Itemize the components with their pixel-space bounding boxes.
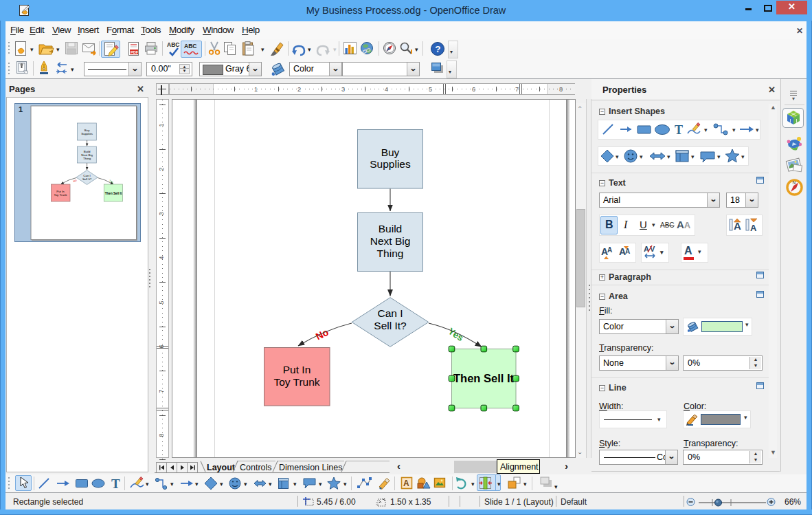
svg-text:V: V: [650, 245, 655, 253]
svg-text:Supplies: Supplies: [370, 158, 411, 170]
svg-text:Thing: Thing: [83, 157, 91, 160]
svg-text:Sell It?: Sell It?: [374, 320, 407, 331]
svg-text:Next Big: Next Big: [370, 235, 411, 247]
svg-text:▾: ▾: [308, 46, 311, 53]
svg-text:ABC: ABC: [167, 41, 179, 48]
svg-text:Can I: Can I: [377, 307, 403, 319]
svg-text:▾: ▾: [616, 153, 619, 160]
svg-text:1: 1: [19, 105, 23, 113]
svg-text:ABC: ABC: [184, 43, 196, 50]
svg-text:▾: ▾: [523, 481, 527, 487]
svg-text:▾: ▾: [319, 481, 322, 487]
svg-text:▾: ▾: [146, 481, 149, 487]
svg-text:Buy: Buy: [381, 146, 400, 158]
svg-text:▾: ▾: [244, 481, 247, 487]
svg-text:▾: ▾: [170, 481, 174, 487]
svg-text:▾: ▾: [415, 46, 418, 53]
svg-text:Put In: Put In: [283, 364, 311, 375]
svg-text:▾: ▾: [261, 46, 264, 53]
svg-text:▾: ▾: [756, 127, 759, 133]
svg-text:Sell It?: Sell It?: [82, 177, 92, 181]
svg-text:▾: ▾: [741, 153, 745, 160]
svg-text:▾: ▾: [343, 481, 347, 487]
svg-text:▾: ▾: [293, 481, 297, 487]
svg-text:▾: ▾: [640, 153, 643, 160]
svg-text:Build: Build: [379, 223, 402, 234]
svg-text:▾: ▾: [659, 249, 664, 256]
svg-text:No: No: [314, 327, 330, 342]
svg-text:Yes: Yes: [447, 326, 466, 343]
svg-text:T: T: [111, 476, 120, 491]
svg-text:▾: ▾: [554, 483, 558, 490]
svg-text:Then Sell It: Then Sell It: [105, 192, 122, 195]
svg-text:▾: ▾: [71, 66, 74, 73]
svg-text:A: A: [750, 223, 757, 233]
svg-text:▾: ▾: [667, 153, 670, 160]
svg-text:▾: ▾: [471, 481, 475, 487]
svg-text:Toy Trunk: Toy Trunk: [273, 376, 319, 388]
svg-text:▾: ▾: [704, 127, 708, 133]
svg-text:▾: ▾: [691, 153, 695, 160]
svg-text:A: A: [403, 479, 409, 488]
svg-text:▾: ▾: [220, 481, 223, 487]
svg-text:N: N: [793, 180, 796, 185]
svg-text:Thing: Thing: [377, 248, 404, 259]
svg-text:A: A: [607, 246, 612, 254]
svg-text:▾: ▾: [717, 153, 721, 160]
svg-text:▾: ▾: [333, 46, 337, 53]
svg-text:▾: ▾: [269, 481, 272, 487]
svg-text:▾: ▾: [30, 46, 34, 53]
svg-text:▾: ▾: [497, 481, 501, 487]
svg-text:?: ?: [435, 44, 440, 54]
svg-text:▾: ▾: [195, 481, 199, 487]
svg-text:Toy Trunk: Toy Trunk: [54, 193, 67, 197]
svg-text:Then Sell It: Then Sell It: [453, 372, 515, 384]
svg-text:T: T: [675, 123, 683, 137]
svg-text:▾: ▾: [732, 127, 736, 133]
svg-text:PDF: PDF: [131, 50, 139, 54]
svg-text:Supplies: Supplies: [81, 132, 93, 135]
svg-text:▾: ▾: [56, 46, 60, 53]
